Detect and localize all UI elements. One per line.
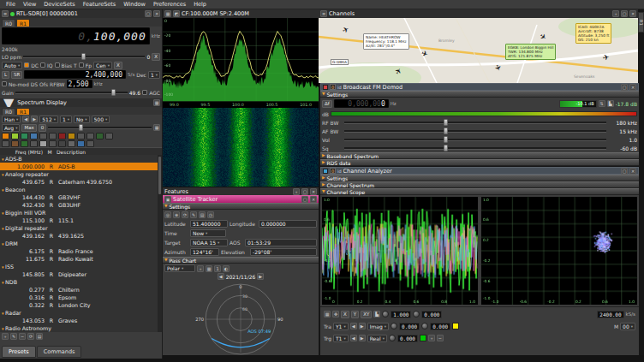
no-mod-ds-checkbox[interactable] [2, 81, 7, 86]
corr-reset-button[interactable]: X [114, 62, 122, 69]
waterfall-display[interactable] [163, 108, 319, 187]
target-select[interactable]: NOAA 15 [190, 239, 228, 246]
preset-row[interactable]: NDB [0, 278, 162, 286]
scope-xy-button[interactable]: XY [361, 311, 372, 318]
refresh-rate-select[interactable]: 500 [92, 116, 110, 123]
edit-satellites-icon[interactable]: ✎ [190, 211, 197, 218]
afc-icon[interactable]: ⇅ [599, 100, 605, 107]
single-pass-icon[interactable]: 1 [214, 265, 221, 272]
gain-slider[interactable] [15, 89, 128, 97]
channel-scope-section[interactable]: ▼ Channel Scope [320, 188, 639, 195]
presets-scrollbar[interactable] [158, 155, 162, 332]
fc-position-select[interactable]: Cen [93, 62, 112, 69]
spectrum-toolbar-button[interactable] [49, 133, 57, 139]
export-preset-icon[interactable]: ▤ [36, 333, 43, 340]
scope-x-button[interactable]: X [341, 311, 349, 318]
preset-row[interactable]: Digital repeater [0, 224, 162, 232]
trace-amp-knob[interactable] [391, 323, 397, 329]
spectrum-toolbar-button[interactable] [105, 133, 113, 139]
camera-icon[interactable]: ◩ [173, 10, 180, 17]
preset-row[interactable]: ISS [0, 263, 162, 270]
close-icon[interactable]: ✕ [310, 196, 317, 203]
next-pass-icon[interactable]: ▶ [257, 273, 264, 280]
spectrum-plot[interactable]: 0 -20 -40 -60 -80 -100 [163, 18, 319, 101]
reload-preset-icon[interactable]: ⟳ [27, 333, 34, 340]
close-icon[interactable]: ✕ [629, 168, 636, 175]
spectrum-toolbar-button[interactable] [49, 140, 57, 147]
trace-select[interactable]: Y1 [333, 323, 349, 330]
highlighted-aircraft-box[interactable]: ICAO: 4D0E2A Aircraft: B738 Altitude: 3,… [575, 23, 611, 44]
polar-display-icon[interactable]: ▙ [373, 311, 380, 317]
memory-select[interactable]: 00 [620, 323, 635, 330]
trigger-color-swatch[interactable] [420, 335, 426, 341]
dc-checkbox[interactable] [24, 62, 29, 68]
device-tab[interactable]: R1 [16, 19, 30, 27]
preset-row[interactable]: 439.675RCaterham 439.6750 [0, 178, 162, 186]
device-tab[interactable]: R0 [2, 19, 15, 27]
preset-row[interactable]: 115.100R115.1 [0, 217, 162, 224]
menu-item[interactable]: Help [190, 1, 210, 8]
preset-row[interactable]: 1,090.000RADS-B [0, 163, 162, 170]
decay-select[interactable]: No [74, 116, 89, 123]
adsb-map[interactable]: Bromley Sevenoaks ✈ ✈ ✈ ✈ ✈ ✈ Name: HEAT… [319, 18, 638, 83]
agc-checkbox[interactable] [142, 90, 147, 95]
grid-icon[interactable]: ▦ [164, 10, 171, 17]
menu-item[interactable]: View [20, 1, 39, 8]
menu-item[interactable]: Preferences [150, 1, 189, 8]
preset-row[interactable]: 0.277RChiltern [0, 286, 162, 294]
preset-row[interactable]: 145.805RDigipeater [0, 270, 162, 278]
right-arrow-icon[interactable]: ▶ [31, 116, 38, 122]
clock-icon[interactable]: ◷ [207, 211, 214, 218]
trace-offset-knob[interactable] [421, 323, 428, 329]
spectrum-toolbar-button[interactable] [21, 140, 28, 147]
mute-icon[interactable]: ▙ [607, 100, 614, 107]
spectrum-toolbar-button[interactable] [96, 133, 104, 139]
bottom-tab[interactable]: Commands [37, 346, 82, 358]
aircraft-callsign-chip[interactable]: G-DBKA [331, 59, 349, 65]
spectrum-display-tab[interactable]: R1 [16, 108, 30, 115]
baseband-spectrum-section[interactable]: ▶ Baseband Spectrum [320, 152, 639, 159]
bfm-slider[interactable] [344, 119, 606, 127]
menu-item[interactable]: Window [120, 1, 149, 8]
add-channel-icon[interactable]: ＋ [612, 10, 619, 17]
presets-scrollbar-thumb[interactable] [158, 157, 161, 194]
maximize-icon[interactable]: ▢ [301, 188, 308, 195]
airport-info-box[interactable]: Name: HEATHROW Frequency: 118.1 MHz Az/E… [363, 33, 409, 50]
trace-projection-select[interactable]: Imag [367, 323, 389, 330]
spectrum-toolbar-button[interactable] [21, 133, 28, 139]
scope-y-button[interactable]: Y [351, 311, 359, 318]
center-frequency-display[interactable]: 0,100,000 [2, 27, 150, 45]
lo-ppm-slider[interactable] [23, 53, 145, 61]
spectrum-toolbar-button[interactable] [11, 133, 19, 139]
maximize-icon[interactable]: ▢ [621, 10, 628, 17]
hamburger-icon[interactable]: ≡ [320, 10, 327, 17]
next-trigger-icon[interactable]: ▶ [359, 335, 366, 341]
hamburger-icon[interactable]: ≡ [2, 10, 9, 17]
bfm-slider[interactable] [344, 128, 606, 135]
bottom-tab[interactable]: Presets [2, 346, 36, 358]
dark-mode-icon[interactable]: ◐ [223, 265, 230, 272]
prev-pass-icon[interactable]: ◀ [218, 273, 224, 280]
iq-checkbox[interactable] [40, 62, 45, 68]
lock-rate-button[interactable]: L [2, 71, 9, 79]
spectrum-toolbar-button[interactable] [77, 133, 85, 139]
open-file-icon[interactable]: ▤ [199, 211, 206, 218]
spectrum-toolbar-button[interactable] [58, 140, 66, 147]
trigger-projection-select[interactable]: Real [367, 335, 387, 342]
device-set-side-tab[interactable]: R1 [638, 12, 644, 33]
preset-row[interactable]: Radio Astronomy [0, 324, 162, 332]
spectrum-toolbar-button[interactable] [2, 133, 9, 139]
move-icon[interactable]: ✥ [332, 311, 339, 317]
preset-row[interactable]: Beacon [0, 186, 162, 193]
grid-icon[interactable]: ▦ [153, 99, 160, 106]
averaging-count-select[interactable]: 1 [60, 116, 72, 123]
max-hold-button[interactable]: Max [21, 124, 36, 132]
map-icon[interactable]: ⊕ [173, 211, 180, 218]
maximize-icon[interactable]: ▢ [301, 196, 308, 203]
bfm-settings-section[interactable]: ▼ Settings [320, 91, 639, 98]
preset-row[interactable]: 0.322RLondon City [0, 301, 162, 309]
preset-row[interactable]: DRM [0, 240, 162, 247]
preset-row[interactable]: ADS-B [0, 155, 162, 163]
channel-color-swatch[interactable] [323, 85, 328, 90]
preset-row[interactable]: Biggin Hill VOR [0, 209, 162, 217]
